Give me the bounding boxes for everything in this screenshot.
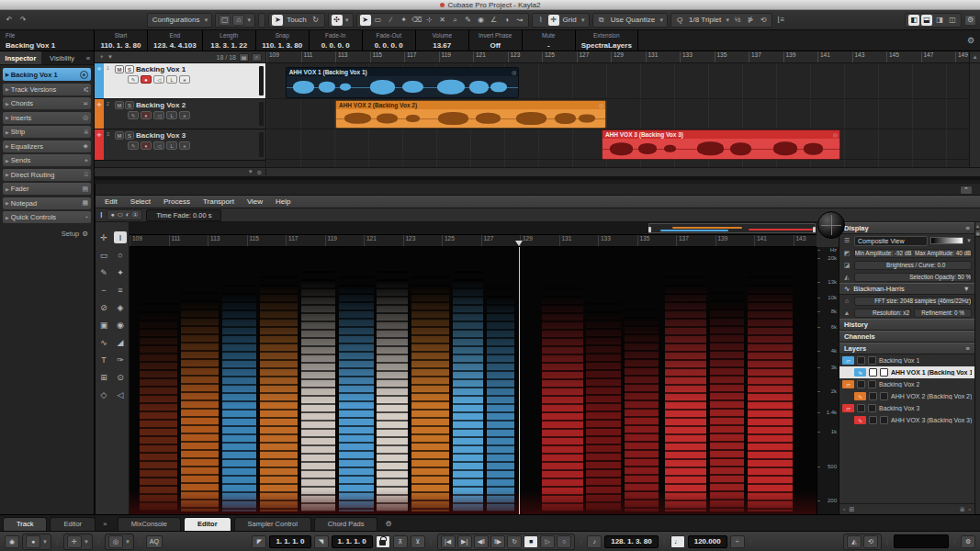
goto-start-icon[interactable]: |◀ xyxy=(441,535,456,548)
heal-tool-icon[interactable]: ◉ xyxy=(114,319,127,331)
stop-button[interactable]: ■ xyxy=(524,535,538,548)
automation-mode-icon[interactable]: ➤ xyxy=(272,15,283,26)
brush-selection-tool-icon[interactable]: ✎ xyxy=(97,266,110,278)
layer-solo-checkbox[interactable] xyxy=(880,392,888,400)
editor-menu-transport[interactable]: Transport xyxy=(203,197,234,206)
right-locator-value[interactable]: 1. 1. 1. 0 xyxy=(332,535,373,548)
magic-wand-tool-icon[interactable]: ✦ xyxy=(114,266,127,278)
infoline-setup-gear-icon[interactable]: ⚙ xyxy=(967,30,980,51)
layer-solo-checkbox[interactable] xyxy=(868,404,876,412)
infoline-field-fade-in[interactable]: Fade-In0. 0. 0. 0 xyxy=(310,30,363,51)
play-button[interactable]: ▷ xyxy=(540,535,555,548)
infoline-field-end[interactable]: End123. 4. 4.103 xyxy=(148,30,203,51)
inspector-setup-label[interactable]: Setup xyxy=(62,230,80,238)
scroll-mode-icon[interactable]: ▣ xyxy=(975,230,980,237)
record-enable-button[interactable]: ● xyxy=(141,111,152,119)
tempo-value[interactable]: 120.000 xyxy=(688,535,727,548)
track-edit-icon[interactable]: ✎ xyxy=(128,141,139,150)
inspector-section-inserts[interactable]: ▶Inserts◎ xyxy=(3,112,91,124)
editor-ruler[interactable]: 1091111131151171191211231251271291311331… xyxy=(130,235,817,247)
tempo-mode-icon[interactable]: ♩ xyxy=(670,535,685,548)
inspector-section-strip[interactable]: ▶Strip⌸ xyxy=(3,126,91,138)
edit-channel-icon[interactable]: e xyxy=(80,71,88,79)
record-enable-button[interactable]: ● xyxy=(141,75,152,84)
left-locator-value[interactable]: 1. 1. 1. 0 xyxy=(269,535,310,548)
editor-menu-edit[interactable]: Edit xyxy=(105,197,118,206)
layer-visible-checkbox[interactable] xyxy=(857,380,865,388)
mute-button[interactable]: M xyxy=(115,101,124,109)
editor-menu-process[interactable]: Process xyxy=(163,197,190,206)
monitor-button[interactable]: ◁ xyxy=(153,75,164,84)
playback-tool-icon[interactable]: ◁ xyxy=(114,388,127,400)
layer-row[interactable]: ∿AHH VOX 1 (Backing Vox 1) xyxy=(839,366,974,378)
layer-row[interactable]: ▱Backing Vox 2 xyxy=(839,378,974,390)
tempo-spinner[interactable]: ÷ xyxy=(730,535,745,548)
lasso-selection-tool-icon[interactable]: ○ xyxy=(114,249,127,261)
3d-view-tool-icon[interactable]: ◇ xyxy=(97,388,110,400)
move-tool-icon[interactable]: ✛ xyxy=(97,231,110,243)
editor-expand-icon[interactable]: ⌃ xyxy=(960,186,973,195)
selection-opacity-slider[interactable]: Selection Opacity: 50 % xyxy=(854,273,972,282)
inspector-section-sends[interactable]: ▶Sends⌖ xyxy=(3,154,91,166)
track-edit-icon[interactable]: ✎ xyxy=(128,75,139,84)
tab-visibility[interactable]: Visibility xyxy=(41,51,83,64)
snap-mode-icon[interactable]: ✛ xyxy=(67,535,82,548)
layer-solo-checkbox[interactable] xyxy=(880,416,888,424)
snap-type-icon[interactable]: ✛ xyxy=(548,15,559,26)
clone-stamp-tool-icon[interactable]: ▣ xyxy=(97,319,110,331)
overview-visible-range[interactable] xyxy=(648,223,816,233)
project-vertical-scrollbar[interactable] xyxy=(969,63,980,167)
quantize-q-icon[interactable]: Q xyxy=(674,15,685,26)
infoline-field-invert-phase[interactable]: Invert PhaseOff xyxy=(469,30,523,51)
object-selection-tool-icon[interactable]: ➤ xyxy=(360,15,371,26)
infoline-field-fade-out[interactable]: Fade-Out0. 0. 0. 0 xyxy=(363,30,416,51)
forward-icon[interactable]: ‖▶ xyxy=(490,535,505,548)
left-zone-toggle-icon[interactable]: ◧ xyxy=(908,15,919,26)
scrub-tool-icon[interactable]: ↝ xyxy=(514,15,525,26)
automation-suspend-icon[interactable]: ↻ xyxy=(310,15,321,26)
position-value[interactable]: 128. 1. 3. 80 xyxy=(604,535,658,548)
line-tool-icon[interactable]: ∠ xyxy=(489,15,500,26)
spectral-display[interactable]: 1091111131151171191211231251271291311331… xyxy=(130,222,817,514)
event-mute-icon[interactable]: ◎ xyxy=(833,131,838,138)
monitor-mode-icon[interactable]: ◎ xyxy=(108,535,123,548)
event-lanes[interactable]: AHH VOX 1 (Backing Vox 1)◎AHH VOX 2 (Bac… xyxy=(266,63,969,167)
cursor-tool-icon[interactable]: I xyxy=(100,210,103,219)
tracklist-expand-icon[interactable]: ▼ xyxy=(248,169,253,175)
listen-button[interactable]: L xyxy=(166,111,177,119)
resolution-slider[interactable]: Resolution: x2 xyxy=(854,309,911,318)
track-row-3[interactable]: ✛3MSBacking Vox 3✎●◁Le xyxy=(95,129,265,161)
time-format-icon[interactable]: ♪ xyxy=(587,535,602,548)
mute-button[interactable]: M xyxy=(115,65,124,73)
play-all-icon[interactable]: ● xyxy=(111,211,115,219)
spectral-overview-bar[interactable] xyxy=(130,222,817,235)
layer-visible-checkbox[interactable] xyxy=(869,368,877,377)
layer-visible-checkbox[interactable] xyxy=(857,356,865,365)
audio-quantize-button[interactable]: AQ xyxy=(146,535,163,548)
add-group-icon[interactable]: ⊞ xyxy=(849,506,854,513)
editor-menu-view[interactable]: View xyxy=(247,197,263,206)
control-room-icon[interactable]: ◉ xyxy=(5,535,19,548)
layers-header[interactable]: Layers≡ xyxy=(839,343,974,354)
add-layer-icon[interactable]: ▫ xyxy=(843,506,845,512)
automation-mode-label[interactable]: Touch xyxy=(285,16,308,24)
metronome-icon[interactable]: ◭ xyxy=(847,535,862,548)
event-mute-icon[interactable]: ◎ xyxy=(512,69,516,75)
overview-handle-right[interactable] xyxy=(813,227,816,232)
infoline-field-extension[interactable]: ExtensionSpectraLayers xyxy=(576,30,638,51)
refinement-slider[interactable]: Refinement: 0 % xyxy=(914,309,972,318)
window-function-caret-icon[interactable]: ▼ xyxy=(963,285,970,293)
editor-menu-select[interactable]: Select xyxy=(130,197,151,206)
amplify-tool-icon[interactable]: ◈ xyxy=(114,301,127,313)
comp-tool-icon[interactable]: ⌕ xyxy=(450,15,461,26)
playhead-marker[interactable] xyxy=(515,241,523,246)
track-search-icon[interactable]: ⌕ xyxy=(252,53,262,62)
record-enable-button[interactable]: ● xyxy=(141,141,152,150)
time-selection-tool-icon[interactable]: I xyxy=(114,231,127,243)
solo-button[interactable]: S xyxy=(125,101,134,109)
inspector-menu-icon[interactable]: ≡ xyxy=(83,51,94,64)
track-row-2[interactable]: ✛2MSBacking Vox 2✎●◁Le xyxy=(95,99,265,129)
inspector-section-quick-controls[interactable]: ▶Quick Controls◔ xyxy=(3,211,91,223)
event-mute-icon[interactable]: ◎ xyxy=(599,102,603,108)
erase-tool-icon[interactable]: ⌫ xyxy=(411,15,422,26)
